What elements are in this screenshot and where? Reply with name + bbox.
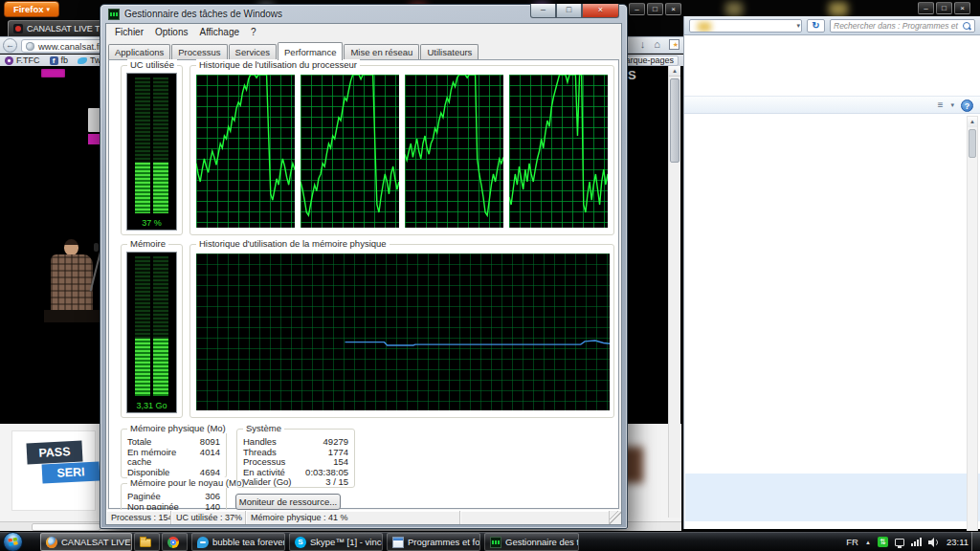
tab-performance[interactable]: Performance [278,42,343,60]
tab-applications[interactable]: Applications [108,44,170,59]
taskbar-item-skype[interactable]: Skype™ [1] - vincenz... [289,533,383,551]
maximize-button[interactable]: □ [647,3,663,15]
firefox-menu-button-label: Firefox [13,4,44,14]
taskbar-item-programs[interactable]: Programmes et fonc... [387,533,480,551]
task-manager-icon [108,9,120,20]
search-placeholder: Rechercher dans : Programmes et fonc... [834,21,960,31]
clock[interactable]: 23:11 [947,537,969,547]
taskmanager-icon [490,537,501,548]
start-button[interactable] [3,532,23,551]
stat-label: Totale [127,437,151,448]
cpu-core-graph [405,75,503,228]
live-badge [41,69,65,77]
resize-grip[interactable] [610,511,621,524]
piano [44,310,100,322]
taskbar-item-chrome[interactable] [162,533,188,551]
task-manager-window: Gestionnaire des tâches de Windows – □ ×… [100,4,628,529]
taskbar-item-label: Skype™ [1] - vincenz... [310,537,383,547]
search-icon[interactable] [963,22,971,31]
menu-options[interactable]: Options [149,26,193,38]
stat-label: Valider (Go) [243,477,292,488]
navigation-icons: ↓ ⌂ [640,38,679,50]
stat-row: Totale8091 [127,437,220,448]
signal-tray-icon[interactable] [911,538,922,546]
home-icon[interactable]: ⌂ [654,38,660,50]
show-desktop-button[interactable] [971,532,980,551]
hidden-icons-icon[interactable]: ▲ [865,540,871,545]
taskbar-item-explorer[interactable] [134,533,160,551]
stat-label: Processus [243,457,285,468]
stat-row: Handles49279 [243,437,348,448]
taskbar-item-taskmanager[interactable]: Gestionnaire des tâc... [484,533,579,551]
bookmark-label: F.TFC [16,55,40,65]
stat-value: 8091 [200,437,220,448]
chrome-icon [167,537,179,548]
pass-series-ad[interactable]: PASS SERI [11,430,96,511]
cpu-usage-meter: 37 % [126,73,177,231]
speaker-icon[interactable] [928,538,940,547]
language-indicator[interactable]: FR [846,537,858,547]
restore-button[interactable]: □ [936,2,952,14]
bookmark-facebook[interactable]: fb [50,55,69,65]
facebook-icon [50,56,58,65]
scroll-up-icon[interactable]: ▲ [669,66,680,77]
help-icon[interactable]: ? [961,99,973,112]
bookmark-panel-icon[interactable] [669,39,679,50]
close-button[interactable]: × [582,4,619,18]
memory-history-panel [196,253,610,410]
chevron-down-icon[interactable]: ▾ [950,101,954,109]
scrollbar-thumb[interactable] [969,129,976,158]
maximize-button[interactable]: □ [556,4,582,18]
minimize-button[interactable]: – [530,4,556,18]
download-icon[interactable]: ↓ [640,38,646,50]
menu-help[interactable]: ? [245,26,262,38]
address-bar[interactable]: ▾ [689,19,802,33]
stat-row: En mémoire cache4014 [127,448,220,468]
system-tray: FR ▲ ⇅ 23:11 [846,532,969,551]
tab-utilisateurs[interactable]: Utilisateurs [420,44,479,59]
sync-tray-icon[interactable]: ⇅ [878,537,888,547]
stat-label: En mémoire cache [127,448,200,468]
page-vertical-scrollbar[interactable]: ▲ [668,66,680,518]
tab-mise-en-r-seau[interactable]: Mise en réseau [344,44,419,59]
cpu-core-graph [196,75,295,228]
tab-services[interactable]: Services [229,44,277,59]
chevron-down-icon[interactable]: ▾ [796,22,800,30]
cpu-meter-fill [153,163,168,213]
memory-meter-fill [153,339,168,396]
explorer-scrollbar[interactable]: ▲ [967,116,978,551]
close-button[interactable]: × [665,3,681,15]
explorer-caption-buttons: – □ × [918,2,970,14]
cpu-history-group-label: Historique de l'utilisation du processeu… [196,59,360,70]
minimize-button[interactable]: – [918,2,934,14]
bookmark-ftfc[interactable]: F.TFC [5,55,40,65]
taskbar-item-firefox[interactable]: CANALSAT LIVE TV -... [40,533,132,551]
refresh-button[interactable]: ↻ [807,19,825,33]
taskbar-item-messenger[interactable]: bubble tea forever [191,533,285,551]
taskbar-item-label: bubble tea forever [212,537,285,547]
close-button[interactable]: × [954,2,970,14]
stat-value: 306 [205,492,220,502]
explorer-search-box[interactable]: Rechercher dans : Programmes et fonc... [830,19,975,33]
scrollbar-thumb[interactable] [670,78,679,163]
list-view-icon[interactable]: ≡ [938,99,944,110]
resource-monitor-button[interactable]: Moniteur de ressource... [235,494,341,510]
stat-label: Paginée [127,492,161,502]
tm-tab-row: ApplicationsProcessusServicesPerformance… [106,40,621,59]
minimize-button[interactable]: – [629,3,645,15]
selected-list-row[interactable] [685,474,980,521]
ftfc-icon [5,56,13,65]
menu-affichage[interactable]: Affichage [193,26,245,38]
scroll-up-icon[interactable]: ▲ [968,117,977,127]
back-button[interactable]: ← [3,38,17,53]
desktop: Firefox ▾ – □ × CANALSAT LIVE TV - Ca ← … [0,0,980,551]
scrollbar-thumb[interactable] [32,523,100,531]
memory-group-label: Mémoire [127,238,168,249]
cpu-usage-group: UC utilisée 37 % [121,65,183,235]
menu-fichier[interactable]: Fichier [109,26,149,38]
firefox-menu-button[interactable]: Firefox ▾ [4,1,59,17]
tab-processus[interactable]: Processus [171,44,227,59]
network-tray-icon[interactable] [895,539,904,546]
system-group-label: Système [243,423,284,433]
taskbar-item-label: CANALSAT LIVE TV -... [61,537,132,547]
